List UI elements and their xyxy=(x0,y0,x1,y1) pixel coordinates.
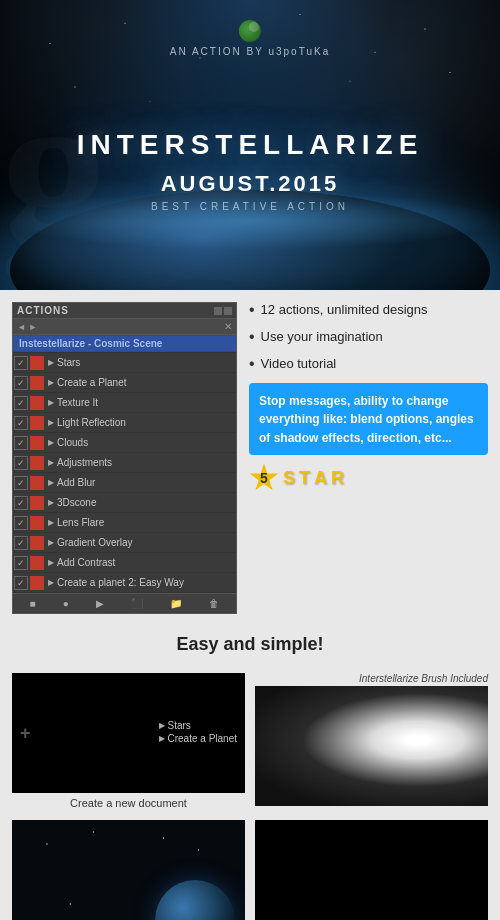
row-icon-red xyxy=(30,416,44,430)
feature-item-1: • 12 actions, unlimited designs xyxy=(249,302,488,319)
row-name: Clouds xyxy=(57,437,236,448)
row-name: Add Blur xyxy=(57,477,236,488)
thumb-label-1: Create a new document xyxy=(70,797,187,809)
bullet-2: • xyxy=(249,329,255,345)
row-checkbox[interactable] xyxy=(14,416,28,430)
panel-footer: ■ ● ▶ ⬛ 📁 🗑 xyxy=(13,593,236,613)
table-row[interactable]: ▶ Clouds xyxy=(13,433,236,453)
table-row[interactable]: ▶ Lens Flare xyxy=(13,513,236,533)
row-play[interactable]: ▶ xyxy=(48,398,54,407)
table-row[interactable]: ▶ Add Contrast xyxy=(13,553,236,573)
footer-trash[interactable]: 🗑 xyxy=(207,597,221,610)
star-s: S xyxy=(283,468,295,489)
table-row[interactable]: ▶ 3Dscone xyxy=(13,493,236,513)
row-icon-red xyxy=(30,536,44,550)
row-play[interactable]: ▶ xyxy=(48,558,54,567)
row-name: Gradient Overlay xyxy=(57,537,236,548)
row-play[interactable]: ▶ xyxy=(48,578,54,587)
row-checkbox[interactable] xyxy=(14,356,28,370)
row-icon-red xyxy=(30,476,44,490)
row-icon-red xyxy=(30,376,44,390)
row-checkbox[interactable] xyxy=(14,496,28,510)
table-row[interactable]: ▶ Texture It xyxy=(13,393,236,413)
stars-rating: 5 S T A R xyxy=(249,463,488,493)
row-icon-red xyxy=(30,396,44,410)
panel-ctrl-2[interactable] xyxy=(224,307,232,315)
footer-folder[interactable]: 📁 xyxy=(168,597,184,610)
row-checkbox[interactable] xyxy=(14,456,28,470)
thumb-plus-icon: + xyxy=(20,723,31,744)
feature-item-3: • Video tutorial xyxy=(249,356,488,373)
panel-title: ACTIONS xyxy=(17,305,69,316)
play-icon: ▶ xyxy=(159,734,165,743)
footer-action[interactable]: ⬛ xyxy=(129,597,145,610)
thumb-item-2: Interstellarize Brush Included xyxy=(255,673,488,810)
easy-section: Easy and simple! xyxy=(0,626,500,673)
row-play[interactable]: ▶ xyxy=(48,438,54,447)
table-row[interactable]: ▶ Create a planet 2: Easy Way xyxy=(13,573,236,593)
panel-nav-close[interactable]: ✕ xyxy=(224,321,232,332)
features-section: • 12 actions, unlimited designs • Use yo… xyxy=(249,302,488,493)
table-row[interactable]: ▶ Create a Planet xyxy=(13,373,236,393)
row-checkbox[interactable] xyxy=(14,376,28,390)
brush-label: Interstellarize Brush Included xyxy=(255,673,488,684)
thumb-action-item: ▶ Stars xyxy=(159,720,238,731)
panel-nav-arrows: ◄ ► xyxy=(17,322,37,332)
easy-title: Easy and simple! xyxy=(12,634,488,655)
feature-highlight-text: Stop messages, ability to change everyth… xyxy=(259,394,474,446)
row-play[interactable]: ▶ xyxy=(48,498,54,507)
row-icon-red xyxy=(30,576,44,590)
photoshop-panel: ACTIONS ◄ ► ✕ Instestellarize - Cosmic S… xyxy=(12,302,237,614)
hero-date: AUGUST.2015 xyxy=(77,171,424,197)
thumb-box-1: + ▶ Stars ▶ Create a Planet xyxy=(12,673,245,793)
row-checkbox[interactable] xyxy=(14,396,28,410)
row-play[interactable]: ▶ xyxy=(48,378,54,387)
row-checkbox[interactable] xyxy=(14,516,28,530)
row-play[interactable]: ▶ xyxy=(48,418,54,427)
row-checkbox[interactable] xyxy=(14,576,28,590)
hero-subtitle: BEST CREATIVE ACTION xyxy=(77,201,424,212)
planet-orb xyxy=(155,880,235,920)
table-row[interactable]: ▶ Light Reflection xyxy=(13,413,236,433)
row-icon-red xyxy=(30,496,44,510)
table-row[interactable]: ▶ Add Blur xyxy=(13,473,236,493)
row-icon-red xyxy=(30,436,44,450)
thumb-item-4 xyxy=(255,820,488,920)
row-icon-red xyxy=(30,456,44,470)
panel-ctrl-1[interactable] xyxy=(214,307,222,315)
thumb-item-3: Place the planet where you want xyxy=(12,820,245,920)
play-icon: ▶ xyxy=(159,721,165,730)
row-checkbox[interactable] xyxy=(14,536,28,550)
row-play[interactable]: ▶ xyxy=(48,538,54,547)
row-checkbox[interactable] xyxy=(14,436,28,450)
hero-byline: AN ACTION BY u3poTuKa xyxy=(170,46,330,57)
row-play[interactable]: ▶ xyxy=(48,458,54,467)
action-name: Stars xyxy=(168,720,191,731)
feature-text-2: Use your imagination xyxy=(261,329,383,346)
row-checkbox[interactable] xyxy=(14,476,28,490)
thumbnails-grid: + ▶ Stars ▶ Create a Planet Create a new… xyxy=(0,673,500,920)
row-checkbox[interactable] xyxy=(14,556,28,570)
footer-stop[interactable]: ■ xyxy=(28,597,38,610)
feature-item-2: • Use your imagination xyxy=(249,329,488,346)
row-play[interactable]: ▶ xyxy=(48,358,54,367)
row-name: Lens Flare xyxy=(57,517,236,528)
table-row[interactable]: ▶ Gradient Overlay xyxy=(13,533,236,553)
hero-section: g AN ACTION BY u3poTuKa INTERSTELLARIZE … xyxy=(0,0,500,290)
thumb-box-3 xyxy=(12,820,245,920)
table-row[interactable]: ▶ Adjustments xyxy=(13,453,236,473)
row-name: Create a Planet xyxy=(57,377,236,388)
hero-content: INTERSTELLARIZE AUGUST.2015 BEST CREATIV… xyxy=(77,79,424,212)
hero-title: INTERSTELLARIZE xyxy=(77,129,424,161)
feature-highlight: Stop messages, ability to change everyth… xyxy=(249,383,488,455)
row-play[interactable]: ▶ xyxy=(48,478,54,487)
footer-record[interactable]: ● xyxy=(61,597,71,610)
row-icon-red xyxy=(30,556,44,570)
table-row[interactable]: ▶ Stars xyxy=(13,353,236,373)
footer-play[interactable]: ▶ xyxy=(94,597,106,610)
action-name: Create a Planet xyxy=(168,733,238,744)
panel-header: ACTIONS xyxy=(13,303,236,319)
row-play[interactable]: ▶ xyxy=(48,518,54,527)
thumb-action-item: ▶ Create a Planet xyxy=(159,733,238,744)
feature-text-1: 12 actions, unlimited designs xyxy=(261,302,428,319)
